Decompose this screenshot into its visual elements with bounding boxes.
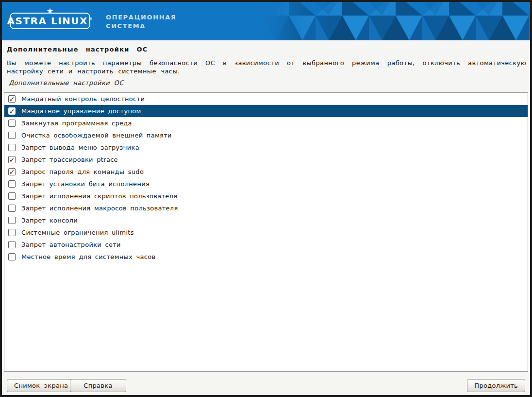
list-item-label: Запрет автонастройки сети <box>21 241 121 248</box>
list-item-label: Системные ограничения ulimits <box>21 229 134 236</box>
list-item[interactable]: Замкнутая программная среда <box>4 117 528 129</box>
list-item-label: Запрет консоли <box>21 217 78 224</box>
list-item-label: Запрет исполнения макросов пользователя <box>21 205 178 212</box>
logo-text: ASTRA LINUX® <box>7 15 93 27</box>
checkbox-icon[interactable] <box>8 253 16 260</box>
list-item-label: Замкнутая программная среда <box>21 120 132 127</box>
brand-caption: ОПЕРАЦИОННАЯ СИСТЕМА <box>106 13 176 31</box>
checkbox-icon[interactable]: ✓ <box>8 168 16 175</box>
continue-button[interactable]: Продолжить <box>467 379 525 392</box>
brand-line1: ОПЕРАЦИОННАЯ <box>106 13 176 22</box>
star-icon: ★ <box>47 7 53 15</box>
help-button[interactable]: Справка <box>70 379 126 392</box>
checkbox-icon[interactable] <box>8 144 16 151</box>
list-item[interactable]: ✓ Запрос пароля для команды sudo <box>4 166 528 178</box>
list-item[interactable]: Очистка освобождаемой внешней памяти <box>4 129 528 141</box>
checkbox-icon[interactable]: ✓ <box>8 95 16 103</box>
screenshot-button[interactable]: Снимок экрана <box>7 379 75 392</box>
options-list: ✓ Мандатный контроль целостности ✓ Манда… <box>4 92 528 372</box>
checkbox-icon[interactable]: ✓ <box>8 156 16 163</box>
list-item-label: Мандатный контроль целостности <box>21 95 145 103</box>
astra-linux-logo: ★ ASTRA LINUX® <box>10 13 90 29</box>
brand-line2: СИСТЕМА <box>106 22 176 31</box>
list-item[interactable]: Запрет консоли <box>4 214 528 226</box>
checkbox-icon[interactable] <box>8 229 16 236</box>
checkbox-icon[interactable] <box>8 205 16 212</box>
list-item-label: Очистка освобождаемой внешней памяти <box>21 132 172 139</box>
list-item[interactable]: ✓ Мандатный контроль целостности <box>4 93 528 105</box>
list-item[interactable]: Запрет установки бита исполнения <box>4 178 528 190</box>
list-item-label: Запрет вывода меню загрузчика <box>21 144 139 151</box>
list-item[interactable]: Системные ограничения ulimits <box>4 226 528 239</box>
list-item-label: Запрет установки бита исполнения <box>21 180 150 188</box>
registered-mark: ® <box>88 17 93 21</box>
header-banner: ★ ASTRA LINUX® ОПЕРАЦИОННАЯ СИСТЕМА <box>2 2 530 40</box>
list-item-label: Запрет исполнения скриптов пользователя <box>21 192 177 200</box>
list-item-label: Местное время для системных часов <box>21 253 155 260</box>
checkbox-icon[interactable] <box>8 180 16 188</box>
page-subtitle: Дополнительные настройки ОС <box>9 79 124 86</box>
list-item-label: Запрет трассировки ptrace <box>21 156 118 163</box>
page-description: Вы можете настроить параметры безопаснос… <box>7 59 526 75</box>
checkbox-icon[interactable] <box>8 132 16 139</box>
list-item[interactable]: Запрет исполнения макросов пользователя <box>4 202 528 214</box>
list-item[interactable]: Местное время для системных часов <box>4 251 528 263</box>
list-item[interactable]: Запрет исполнения скриптов пользователя <box>4 190 528 202</box>
header-geometric-pattern <box>262 2 530 40</box>
checkbox-icon[interactable]: ✓ <box>8 107 16 115</box>
installer-window: ★ ASTRA LINUX® ОПЕРАЦИОННАЯ СИСТЕМА Допо… <box>0 0 532 397</box>
checkbox-icon[interactable] <box>8 241 16 248</box>
checkbox-icon[interactable] <box>8 217 16 224</box>
checkbox-icon[interactable] <box>8 192 16 200</box>
list-item[interactable]: Запрет автонастройки сети <box>4 239 528 251</box>
list-item[interactable]: ✓ Мандатное управление доступом <box>4 105 528 117</box>
list-item-label: Мандатное управление доступом <box>21 107 141 115</box>
list-item-label: Запрос пароля для команды sudo <box>21 168 144 175</box>
list-item[interactable]: ✓ Запрет трассировки ptrace <box>4 154 528 166</box>
list-item[interactable]: Запрет вывода меню загрузчика <box>4 141 528 154</box>
page-title: Дополнительные настройки ОС <box>7 46 148 53</box>
checkbox-icon[interactable] <box>8 120 16 127</box>
